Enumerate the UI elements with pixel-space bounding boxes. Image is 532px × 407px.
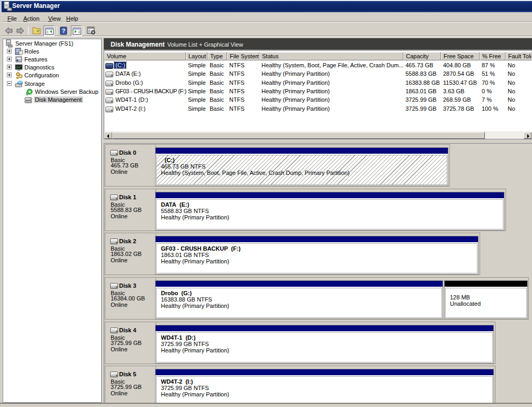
svg-text:?: ?	[62, 28, 66, 34]
